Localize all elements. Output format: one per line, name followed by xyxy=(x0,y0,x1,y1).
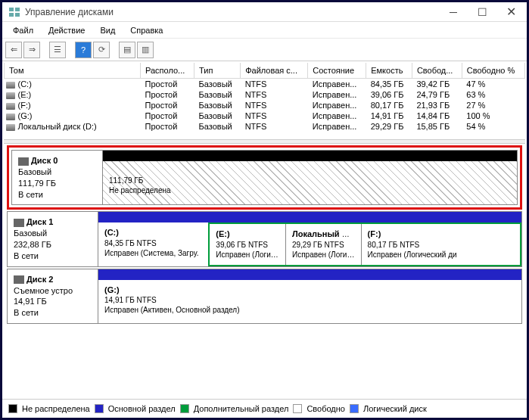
toolbar: ⇐ ⇒ ☰ ? ⟳ ▤ ▥ xyxy=(2,39,527,61)
disk-mgmt-icon xyxy=(8,6,20,18)
disk2-title: Диск 2 xyxy=(26,275,53,284)
menu-view[interactable]: Вид xyxy=(92,23,123,37)
disk1-title: Диск 1 xyxy=(26,217,53,226)
disk-icon xyxy=(14,219,24,227)
volume-table[interactable]: Том Располо... Тип Файловая с... Состоян… xyxy=(4,63,525,132)
disk1-partition[interactable]: (C:)84,35 ГБ NTFSИсправен (Система, Загр… xyxy=(98,222,208,266)
svg-rect-2 xyxy=(9,13,14,17)
disk-icon xyxy=(14,275,24,284)
col-type[interactable]: Тип xyxy=(194,63,241,79)
legend-logical: Логический диск xyxy=(363,404,427,413)
svg-rect-3 xyxy=(15,13,20,17)
volume-icon xyxy=(6,124,15,131)
disk-icon xyxy=(18,157,29,166)
col-fs[interactable]: Файловая с... xyxy=(241,63,308,79)
volume-icon xyxy=(6,114,15,120)
disk2-body: (G:) 14,91 ГБ NTFS Исправен (Активен, Ос… xyxy=(98,269,522,324)
disk2-part-info: 14,91 ГБ NTFS xyxy=(104,296,157,304)
legend-primary: Основной раздел xyxy=(108,404,176,413)
splitter[interactable] xyxy=(4,139,525,144)
highlight-box: Диск 0 Базовый 111,79 ГБ В сети 111,79 Г… xyxy=(7,145,522,210)
disk1-partition[interactable]: Локальный диск (D:)29,29 ГБ NTFSИсправен… xyxy=(285,224,361,264)
disk0-unalloc-size: 111,79 ГБ xyxy=(109,176,143,185)
disk1-online: В сети xyxy=(14,251,39,260)
col-capacity[interactable]: Емкость xyxy=(366,63,412,79)
refresh-button[interactable]: ⟳ xyxy=(93,42,110,58)
disk2-header[interactable]: Диск 2 Съемное устро 14,91 ГБ В сети xyxy=(7,269,98,324)
disk1-type: Базовый xyxy=(14,229,47,238)
disk2-partition[interactable]: (G:) 14,91 ГБ NTFS Исправен (Активен, Ос… xyxy=(98,280,521,323)
disk0-type: Базовый xyxy=(18,167,51,176)
col-status[interactable]: Состояние xyxy=(308,63,366,79)
swatch-free xyxy=(293,404,302,413)
menu-action[interactable]: Действие xyxy=(41,23,92,37)
col-layout[interactable]: Располо... xyxy=(141,63,194,79)
back-button[interactable]: ⇐ xyxy=(5,42,22,58)
menubar: Файл Действие Вид Справка xyxy=(2,22,527,39)
svg-rect-1 xyxy=(15,8,20,11)
table-row[interactable]: (F:)ПростойБазовыйNTFSИсправен...80,17 Г… xyxy=(5,100,525,110)
table-row[interactable]: (C:)ПростойБазовыйNTFSИсправен...84,35 Г… xyxy=(5,79,525,90)
disk2-part-status: Исправен (Активен, Основной раздел) xyxy=(104,306,240,314)
swatch-ext xyxy=(180,404,189,413)
separator xyxy=(42,42,48,58)
menu-help[interactable]: Справка xyxy=(123,23,170,37)
layout-top-button[interactable]: ▤ xyxy=(119,42,135,58)
col-free[interactable]: Свобод... xyxy=(412,63,462,79)
separator xyxy=(67,42,73,58)
extended-partition: (E:)39,06 ГБ NTFSИсправен (Логический ,Л… xyxy=(208,222,521,266)
disk2-type: Съемное устро xyxy=(14,286,73,295)
help-button[interactable]: ? xyxy=(75,42,92,58)
table-row[interactable]: Локальный диск (D:)ПростойБазовыйNTFSИсп… xyxy=(5,121,525,132)
legend: Не распределена Основной раздел Дополнит… xyxy=(2,399,527,418)
disk0-size: 111,79 ГБ xyxy=(18,179,56,188)
legend-ext: Дополнительный раздел xyxy=(194,404,289,413)
disk0-unallocated[interactable]: 111,79 ГБ Не распределена xyxy=(103,161,517,204)
fwd-button[interactable]: ⇒ xyxy=(23,42,40,58)
disk2-stripe xyxy=(98,269,521,280)
svg-rect-0 xyxy=(9,8,14,11)
menu-file[interactable]: Файл xyxy=(5,23,41,37)
disk1-partition[interactable]: (E:)39,06 ГБ NTFSИсправен (Логический , xyxy=(210,224,285,264)
disk0-body: 111,79 ГБ Не распределена xyxy=(102,150,518,205)
col-pct[interactable]: Свободно % xyxy=(462,63,524,79)
swatch-unalloc xyxy=(8,404,17,413)
close-button[interactable]: ✕ xyxy=(496,3,525,21)
disk2-part-label: (G:) xyxy=(104,285,120,294)
legend-unalloc: Не распределена xyxy=(22,404,90,413)
swatch-logical xyxy=(350,404,359,413)
legend-free: Свободно xyxy=(307,404,345,413)
separator xyxy=(111,42,117,58)
disk0-title: Диск 0 xyxy=(31,156,58,165)
swatch-primary xyxy=(95,404,104,413)
disk0-stripe xyxy=(103,151,517,161)
volume-icon xyxy=(6,103,15,110)
disk1-size: 232,88 ГБ xyxy=(14,240,51,249)
titlebar: Управление дисками ─ ☐ ✕ xyxy=(2,2,527,22)
volume-icon xyxy=(6,92,15,99)
minimize-button[interactable]: ─ xyxy=(439,3,468,21)
disk2-size: 14,91 ГБ xyxy=(14,297,47,306)
disk0-header[interactable]: Диск 0 Базовый 111,79 ГБ В сети xyxy=(11,150,102,205)
table-row[interactable]: (E:)ПростойБазовыйNTFSИсправен...39,06 Г… xyxy=(5,89,525,100)
disk0-online: В сети xyxy=(18,190,43,199)
disk0-unalloc-label: Не распределена xyxy=(109,186,171,194)
view-button[interactable]: ☰ xyxy=(49,42,66,58)
disk1-header[interactable]: Диск 1 Базовый 232,88 ГБ В сети xyxy=(7,211,98,266)
disk1-stripe xyxy=(98,212,521,222)
disk2-online: В сети xyxy=(14,308,39,317)
maximize-button[interactable]: ☐ xyxy=(468,3,496,21)
disk1-body: (C:)84,35 ГБ NTFSИсправен (Система, Загр… xyxy=(98,211,522,266)
window-title: Управление дисками xyxy=(25,7,439,17)
table-row[interactable]: (G:)ПростойБазовыйNTFSИсправен...14,91 Г… xyxy=(5,110,525,121)
col-volume[interactable]: Том xyxy=(5,63,141,79)
volume-icon xyxy=(6,82,15,89)
disk1-partition[interactable]: (F:)80,17 ГБ NTFSИсправен (Логический ди xyxy=(361,224,470,264)
layout-bottom-button[interactable]: ▥ xyxy=(137,42,154,58)
